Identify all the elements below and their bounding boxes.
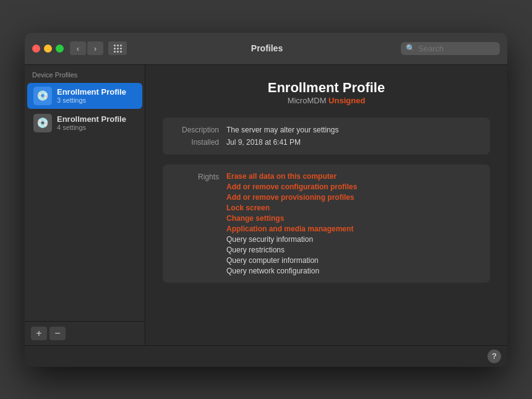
profile-subtitle: MicroMDM Unsigned	[163, 96, 490, 105]
installed-value: Jul 9, 2018 at 6:41 PM	[226, 138, 301, 147]
rights-item-8: Query computer information	[226, 256, 357, 265]
sidebar-item-text-1: Enrollment Profile 4 settings	[57, 114, 126, 131]
search-input[interactable]	[418, 44, 495, 53]
minimize-button[interactable]	[44, 45, 52, 53]
description-value: The server may alter your settings	[226, 126, 338, 134]
rights-box: Rights Erase all data on this computerAd…	[163, 165, 490, 283]
profile-icon-0: 💿	[33, 87, 52, 105]
installed-label: Installed	[173, 138, 219, 147]
rights-item-5: Application and media management	[226, 225, 357, 233]
sidebar-item-name-1: Enrollment Profile	[57, 114, 126, 124]
add-profile-button[interactable]: +	[31, 327, 47, 340]
rights-item-3: Lock screen	[226, 204, 357, 212]
sidebar-bottom: + −	[25, 321, 145, 345]
info-box: Description The server may alter your se…	[163, 118, 490, 155]
sidebar-item-sub-0: 3 settings	[57, 97, 126, 104]
grid-view-button[interactable]	[108, 41, 127, 55]
rights-item-0: Erase all data on this computer	[226, 172, 357, 181]
profile-name: Enrollment Profile	[163, 80, 490, 96]
main-content: Device Profiles 💿 Enrollment Profile 3 s…	[25, 65, 507, 345]
rights-item-7: Query restrictions	[226, 246, 357, 254]
bottom-bar: ?	[25, 345, 507, 367]
search-box[interactable]: 🔍	[401, 42, 500, 55]
sidebar-item-sub-1: 4 settings	[57, 124, 126, 131]
rights-item-4: Change settings	[226, 214, 357, 223]
sidebar: Device Profiles 💿 Enrollment Profile 3 s…	[25, 65, 145, 345]
sidebar-item-name-0: Enrollment Profile	[57, 87, 126, 97]
sidebar-item-text-0: Enrollment Profile 3 settings	[57, 87, 126, 104]
rights-item-1: Add or remove configuration profiles	[226, 182, 357, 191]
sidebar-section-label: Device Profiles	[25, 65, 145, 82]
close-button[interactable]	[32, 45, 40, 53]
forward-button[interactable]: ›	[87, 41, 103, 55]
nav-buttons: ‹ ›	[70, 41, 103, 55]
window-title: Profiles	[133, 43, 401, 53]
detail-panel: Enrollment Profile MicroMDM Unsigned Des…	[145, 65, 507, 345]
installed-row: Installed Jul 9, 2018 at 6:41 PM	[173, 136, 480, 148]
unsigned-label: Unsigned	[328, 96, 365, 105]
profile-icon-1: 💿	[33, 114, 52, 132]
rights-item-2: Add or remove provisioning profiles	[226, 193, 357, 202]
description-row: Description The server may alter your se…	[173, 124, 480, 136]
rights-content: Rights Erase all data on this computerAd…	[173, 172, 480, 275]
main-window: ‹ › Profiles 🔍 Device Profiles 💿 Enrollm…	[25, 33, 507, 367]
description-label: Description	[173, 126, 219, 134]
maximize-button[interactable]	[56, 45, 64, 53]
rights-list: Erase all data on this computerAdd or re…	[226, 172, 357, 275]
sidebar-item-0[interactable]: 💿 Enrollment Profile 3 settings	[27, 83, 142, 109]
profile-header: Enrollment Profile MicroMDM Unsigned	[163, 80, 490, 105]
sidebar-item-1[interactable]: 💿 Enrollment Profile 4 settings	[27, 110, 142, 136]
search-icon: 🔍	[406, 44, 415, 53]
remove-profile-button[interactable]: −	[49, 327, 66, 340]
rights-item-6: Query security information	[226, 235, 357, 244]
back-button[interactable]: ‹	[70, 41, 86, 55]
titlebar: ‹ › Profiles 🔍	[25, 33, 507, 65]
grid-icon	[114, 45, 122, 53]
help-button[interactable]: ?	[487, 350, 501, 363]
provider-name: MicroMDM	[288, 96, 327, 105]
traffic-lights	[32, 45, 64, 53]
rights-label: Rights	[173, 172, 219, 275]
rights-item-9: Query network configuration	[226, 267, 357, 275]
